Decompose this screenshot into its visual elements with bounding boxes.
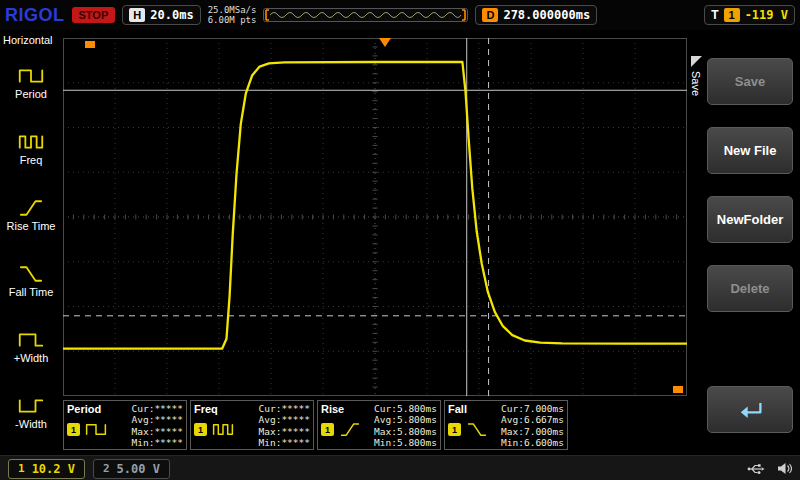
meas-stat-value: ***** bbox=[154, 437, 183, 448]
meas-stat-row: Min:5.800ms bbox=[374, 437, 437, 448]
meas-stat-value: ***** bbox=[281, 426, 310, 437]
left-menu-item-freq[interactable]: Freq bbox=[0, 116, 62, 182]
trigger-level-value: -119 V bbox=[745, 8, 788, 22]
meas-stat-value: ***** bbox=[281, 437, 310, 448]
meas-statistics: Cur:*****Avg:*****Max:*****Min:***** bbox=[259, 403, 311, 448]
meas-stat-row: Cur:***** bbox=[132, 403, 184, 414]
trigger-source-badge: 1 bbox=[724, 8, 740, 22]
fall-time-icon bbox=[18, 265, 44, 283]
meas-stat-row: Min:6.600ms bbox=[501, 437, 564, 448]
channel-scale-value: 5.00 V bbox=[117, 462, 160, 476]
usb-icon bbox=[747, 463, 765, 475]
channel-id-badge: 2 bbox=[103, 462, 110, 475]
meas-stat-value: ***** bbox=[281, 414, 310, 425]
fall-time-icon bbox=[465, 422, 489, 437]
meas-stat-row: Avg:***** bbox=[132, 414, 184, 425]
t-key-label: T bbox=[711, 8, 718, 22]
measurement-freq: Freq1 Cur:*****Avg:*****Max:*****Min:***… bbox=[190, 400, 314, 450]
status-bar: 110.2 V25.00 V bbox=[0, 455, 800, 480]
left-menu-item-label: Freq bbox=[20, 155, 43, 166]
waveform-display bbox=[63, 38, 687, 396]
delay-readout[interactable]: D 278.000000ms bbox=[475, 5, 597, 25]
meas-stat-label: Max: bbox=[501, 426, 524, 437]
display-column: Period1 Cur:*****Avg:*****Max:*****Min:*… bbox=[62, 30, 688, 455]
memory-end-marker bbox=[673, 386, 683, 393]
left-menu-item-label: +Width bbox=[14, 353, 49, 364]
measure-menu: Horizontal Period Freq Rise Time Fall Ti… bbox=[0, 30, 62, 455]
meas-stat-label: Cur: bbox=[374, 403, 397, 414]
period-icon bbox=[18, 67, 44, 85]
meas-stat-label: Max: bbox=[374, 426, 397, 437]
meas-stat-label: Cur: bbox=[501, 403, 524, 414]
top-bar: RIGOL STOP H 20.0ms 25.0MSa/s 6.00M pts … bbox=[0, 0, 800, 30]
channel-1-indicator[interactable]: 110.2 V bbox=[8, 459, 85, 479]
meas-stat-row: Avg:5.800ms bbox=[374, 414, 437, 425]
acquisition-readout: 25.0MSa/s 6.00M pts bbox=[208, 5, 257, 25]
meas-stat-row: Max:***** bbox=[132, 426, 184, 437]
meas-stat-value: ***** bbox=[281, 403, 310, 414]
measurement-readout-row: Period1 Cur:*****Avg:*****Max:*****Min:*… bbox=[63, 400, 688, 450]
horizontal-scale-readout[interactable]: H 20.0ms bbox=[122, 5, 200, 25]
speaker-icon bbox=[777, 462, 792, 475]
meas-stat-row: Avg:6.667ms bbox=[501, 414, 564, 425]
meas-stat-value: 5.800ms bbox=[397, 437, 437, 448]
meas-stat-label: Min: bbox=[132, 437, 155, 448]
measurement-rise: Rise1 Cur:5.800msAvg:5.800msMax:5.800msM… bbox=[317, 400, 441, 450]
softkey-delete[interactable]: Delete bbox=[707, 265, 793, 312]
meas-stat-row: Cur:***** bbox=[259, 403, 311, 414]
meas-statistics: Cur:7.000msAvg:6.667msMax:7.000msMin:6.6… bbox=[501, 403, 564, 448]
channel-2-indicator[interactable]: 25.00 V bbox=[93, 459, 170, 479]
measurement-period: Period1 Cur:*****Avg:*****Max:*****Min:*… bbox=[63, 400, 187, 450]
system-icons bbox=[747, 462, 792, 475]
meas-stat-label: Max: bbox=[132, 426, 155, 437]
return-icon bbox=[735, 400, 765, 420]
delay-value: 278.000000ms bbox=[503, 8, 590, 22]
channel-1-badge: 1 bbox=[321, 423, 334, 436]
h-scale-value: 20.0ms bbox=[150, 8, 193, 22]
softkey-newfile[interactable]: New File bbox=[707, 127, 793, 174]
meas-stat-value: ***** bbox=[154, 426, 183, 437]
meas-stat-value: 6.667ms bbox=[524, 414, 564, 425]
meas-stat-label: Avg: bbox=[501, 414, 524, 425]
left-menu-item-fall-time[interactable]: Fall Time bbox=[0, 248, 62, 314]
meas-stat-label: Min: bbox=[374, 437, 397, 448]
freq-icon bbox=[211, 422, 235, 437]
measure-menu-title: Horizontal bbox=[0, 32, 62, 50]
softkey-return[interactable] bbox=[707, 386, 793, 433]
trigger-level-offscreen-marker bbox=[85, 41, 95, 48]
meas-statistics: Cur:*****Avg:*****Max:*****Min:***** bbox=[132, 403, 184, 448]
menu-tab-label: Save bbox=[690, 71, 702, 96]
left-menu-item-period[interactable]: Period bbox=[0, 50, 62, 116]
h-key-icon: H bbox=[129, 8, 145, 22]
softkey-newfolder[interactable]: NewFolder bbox=[707, 196, 793, 243]
meas-stat-value: ***** bbox=[154, 414, 183, 425]
left-menu-item--width[interactable]: +Width bbox=[0, 314, 62, 380]
meas-stat-label: Min: bbox=[501, 437, 524, 448]
waveform-memory-position-bar[interactable] bbox=[263, 8, 468, 22]
channel-1-badge: 1 bbox=[448, 423, 461, 436]
left-menu-item--width[interactable]: -Width bbox=[0, 380, 62, 446]
meas-stat-value: 7.000ms bbox=[524, 426, 564, 437]
meas-statistics: Cur:5.800msAvg:5.800msMax:5.800msMin:5.8… bbox=[374, 403, 437, 448]
sample-rate-value: 25.0MSa/s bbox=[208, 5, 257, 15]
softkey-save[interactable]: Save bbox=[707, 58, 793, 105]
meas-stat-row: Min:***** bbox=[132, 437, 184, 448]
meas-stat-label: Cur: bbox=[132, 403, 155, 414]
run-state-badge[interactable]: STOP bbox=[72, 7, 116, 23]
channel-id-badge: 1 bbox=[18, 462, 25, 475]
meas-stat-row: Avg:***** bbox=[259, 414, 311, 425]
menu-tab-save: Save bbox=[689, 56, 703, 96]
left-menu-item-label: -Width bbox=[15, 419, 47, 430]
meas-stat-row: Max:7.000ms bbox=[501, 426, 564, 437]
meas-stat-row: Max:***** bbox=[259, 426, 311, 437]
oscilloscope-screen: RIGOL STOP H 20.0ms 25.0MSa/s 6.00M pts … bbox=[0, 0, 800, 480]
meas-stat-row: Min:***** bbox=[259, 437, 311, 448]
trigger-position-marker[interactable] bbox=[379, 38, 391, 47]
left-menu-item-label: Rise Time bbox=[7, 221, 56, 232]
softkey-menu: Save SaveNew FileNewFolderDelete bbox=[688, 30, 800, 455]
left-menu-item-label: Period bbox=[15, 89, 47, 100]
channel-1-badge: 1 bbox=[67, 423, 80, 436]
trigger-readout[interactable]: T 1 -119 V bbox=[704, 5, 795, 25]
left-menu-item-rise-time[interactable]: Rise Time bbox=[0, 182, 62, 248]
meas-stat-row: Cur:7.000ms bbox=[501, 403, 564, 414]
